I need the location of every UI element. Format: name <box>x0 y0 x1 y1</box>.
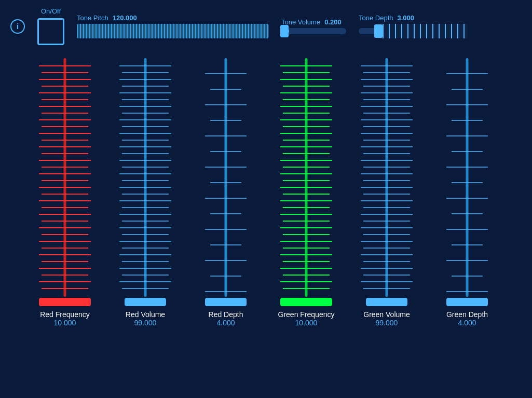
red-depth-label: Red Depth <box>209 310 243 319</box>
tone-depth-left <box>359 28 374 34</box>
green-depth-slider[interactable] <box>444 58 490 297</box>
green-volume-label: Green Volume <box>363 310 410 319</box>
on-off-section: On/Off <box>37 7 64 45</box>
slider-column-green-frequency: Green Frequency 10.000 <box>266 58 347 327</box>
tone-depth-thumb[interactable] <box>374 24 383 38</box>
green-frequency-label: Green Frequency <box>278 310 335 319</box>
green-frequency-value: 10.000 <box>295 319 318 327</box>
slider-column-red-volume: Red Volume 99.000 <box>105 58 186 327</box>
green-freq-ticks <box>272 58 340 297</box>
slider-column-red-frequency: Red Frequency 10.000 <box>25 58 105 327</box>
red-depth-cap <box>205 298 247 306</box>
tone-depth-group: Tone Depth 3.000 <box>359 14 468 38</box>
info-button[interactable]: i <box>10 19 25 34</box>
tone-volume-slider[interactable] <box>281 28 346 34</box>
tone-depth-label: Tone Depth <box>359 14 393 22</box>
slider-column-green-depth: Green Depth 4.000 <box>427 58 508 327</box>
tone-depth-slider[interactable] <box>359 24 468 38</box>
red-vol-cap <box>125 298 166 306</box>
tone-pitch-value: 120.000 <box>113 14 137 22</box>
tone-pitch-slider[interactable] <box>77 24 269 38</box>
green-volume-slider[interactable] <box>358 58 415 297</box>
tone-volume-group: Tone Volume 0.200 <box>281 18 346 34</box>
red-volume-label: Red Volume <box>126 310 165 319</box>
red-volume-slider[interactable] <box>117 58 174 297</box>
slider-column-red-depth: Red Depth 4.000 <box>186 58 266 327</box>
red-freq-cap <box>39 298 91 306</box>
green-freq-cap <box>280 298 332 306</box>
slider-column-green-volume: Green Volume 99.000 <box>347 58 427 327</box>
green-frequency-slider[interactable] <box>272 58 340 297</box>
green-depth-ticks <box>444 58 490 297</box>
tone-depth-ticks <box>383 24 468 38</box>
red-freq-ticks <box>31 58 99 297</box>
green-volume-value: 99.000 <box>376 319 398 327</box>
on-off-label: On/Off <box>41 7 61 15</box>
red-depth-slider[interactable] <box>202 58 249 297</box>
on-off-toggle[interactable] <box>37 18 64 45</box>
red-vol-ticks <box>117 58 174 297</box>
red-frequency-slider[interactable] <box>31 58 99 297</box>
green-vol-cap <box>366 298 407 306</box>
header: i On/Off Tone Pitch 120.000 Tone Volume … <box>0 0 532 50</box>
red-volume-value: 99.000 <box>134 319 157 327</box>
green-depth-cap <box>446 298 488 306</box>
tone-volume-thumb[interactable] <box>280 25 289 37</box>
red-frequency-value: 10.000 <box>54 319 76 327</box>
red-frequency-label: Red Frequency <box>40 310 90 319</box>
red-depth-value: 4.000 <box>216 319 235 327</box>
tone-volume-value: 0.200 <box>324 18 342 26</box>
tone-pitch-label: Tone Pitch <box>77 14 108 22</box>
green-depth-value: 4.000 <box>458 319 476 327</box>
red-depth-ticks <box>202 58 249 297</box>
tone-depth-value: 3.000 <box>398 14 415 22</box>
green-depth-label: Green Depth <box>446 310 488 319</box>
green-vol-ticks <box>358 58 415 297</box>
main-sliders-area: Red Frequency 10.000 <box>0 53 532 332</box>
tone-pitch-group: Tone Pitch 120.000 <box>77 14 269 38</box>
